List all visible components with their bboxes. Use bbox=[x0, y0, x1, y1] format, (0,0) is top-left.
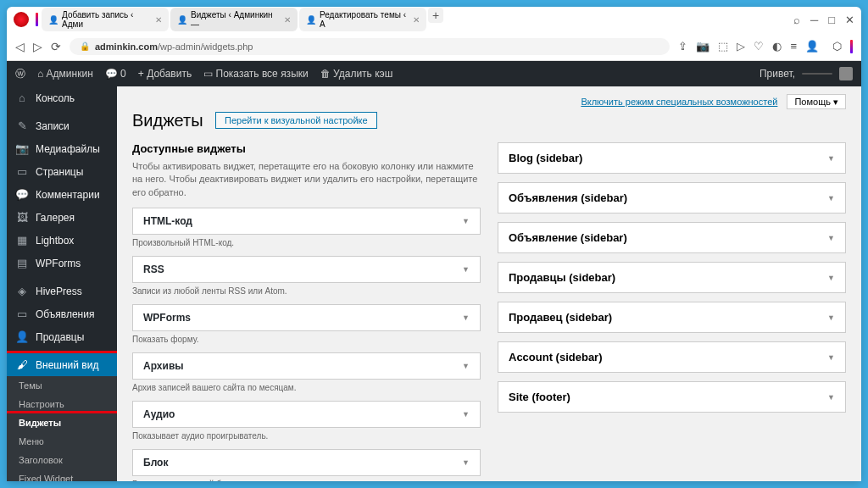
wp-logo-icon[interactable]: ⓦ bbox=[15, 67, 25, 81]
page-icon: ▭ bbox=[15, 165, 29, 178]
wpforms-icon: ▤ bbox=[15, 257, 29, 269]
add-new-link[interactable]: + Добавить bbox=[138, 68, 192, 80]
minimize-icon[interactable]: ─ bbox=[810, 14, 818, 26]
wp-admin-bar: ⓦ ⌂ Админкин 💬 0 + Добавить ▭ Показать в… bbox=[7, 61, 861, 86]
chevron-down-icon: ▼ bbox=[827, 313, 835, 322]
chevron-down-icon: ▼ bbox=[827, 274, 835, 282]
share-icon[interactable]: ⇪ bbox=[678, 40, 687, 53]
sidebar-item-appearance[interactable]: 🖌Внешний вид bbox=[7, 353, 117, 376]
main-content: Включить режим специальных возможностей … bbox=[117, 86, 861, 481]
widget-desc: Показывает аудио проигрыватель. bbox=[132, 431, 481, 441]
sidebar-item-gallery[interactable]: 🖼Галерея bbox=[7, 206, 117, 229]
widget-area[interactable]: Blog (sidebar)▼ bbox=[498, 142, 846, 174]
toggle-icon[interactable]: ◐ bbox=[772, 40, 782, 53]
sidebar-item-vendors[interactable]: 👤Продавцы bbox=[7, 325, 117, 348]
tab-close-icon[interactable]: ✕ bbox=[284, 15, 291, 25]
admin-sidebar: ⌂Консоль ✎Записи 📷Медиафайлы ▭Страницы 💬… bbox=[7, 86, 117, 481]
widget-area[interactable]: Продавцы (sidebar)▼ bbox=[498, 262, 846, 293]
chevron-down-icon: ▼ bbox=[462, 217, 470, 225]
search-icon[interactable]: ⌕ bbox=[793, 14, 800, 26]
widget-desc: Записи из любой ленты RSS или Atom. bbox=[132, 286, 481, 296]
widget-item[interactable]: Аудио▼ bbox=[132, 401, 481, 428]
available-desc: Чтобы активировать виджет, перетащите ег… bbox=[132, 160, 481, 199]
widget-item[interactable]: HTML-код▼ bbox=[132, 208, 481, 235]
accessibility-link[interactable]: Включить режим специальных возможностей bbox=[581, 97, 777, 107]
lightbox-icon: ▦ bbox=[15, 234, 29, 247]
menu-icon[interactable]: ≡ bbox=[790, 40, 797, 53]
sidebar-item-listings[interactable]: ▭Объявления bbox=[7, 302, 117, 325]
sidebar-item-pages[interactable]: ▭Страницы bbox=[7, 160, 117, 183]
avatar[interactable] bbox=[839, 67, 853, 80]
gallery-icon: 🖼 bbox=[15, 211, 29, 224]
browser-tab[interactable]: 👤 Виджеты ‹ Админкин —✕ bbox=[170, 8, 298, 31]
widget-area[interactable]: Объявление (sidebar)▼ bbox=[498, 222, 846, 253]
sidebar-item-wpforms[interactable]: ▤WPForms bbox=[7, 252, 117, 274]
ext-icon[interactable]: ⬡ bbox=[832, 40, 842, 53]
chevron-down-icon: ▼ bbox=[827, 393, 835, 402]
pin-icon: ✎ bbox=[15, 119, 29, 132]
widget-area[interactable]: Продавец (sidebar)▼ bbox=[498, 302, 846, 333]
hivepress-icon: ◈ bbox=[15, 285, 29, 297]
subitem-widgets[interactable]: Виджеты bbox=[7, 413, 117, 432]
page-title: Виджеты bbox=[132, 111, 203, 130]
sidebar-toggle[interactable] bbox=[36, 13, 38, 26]
heart-icon[interactable]: ♡ bbox=[754, 40, 764, 53]
widget-item[interactable]: Архивы▼ bbox=[132, 352, 481, 380]
widget-area[interactable]: Объявления (sidebar)▼ bbox=[498, 182, 846, 214]
tab-close-icon[interactable]: ✕ bbox=[155, 15, 162, 25]
lock-icon: 🔒 bbox=[80, 42, 90, 51]
sidebar-item-hivepress[interactable]: ◈HivePress bbox=[7, 280, 117, 302]
subitem-themes[interactable]: Темы bbox=[7, 376, 117, 395]
chevron-down-icon: ▼ bbox=[462, 410, 470, 419]
visual-editor-button[interactable]: Перейти к визуальной настройке bbox=[215, 112, 377, 129]
chevron-down-icon: ▼ bbox=[462, 265, 470, 274]
username-redacted bbox=[802, 73, 832, 75]
opera-sidebar-icon[interactable] bbox=[850, 40, 853, 53]
sidebar-item-comments[interactable]: 💬Комментарии bbox=[7, 183, 117, 206]
sidebar-item-dashboard[interactable]: ⌂Консоль bbox=[7, 86, 117, 109]
chevron-down-icon: ▼ bbox=[462, 313, 470, 322]
reload-icon[interactable]: ⟳ bbox=[51, 40, 61, 53]
chevron-down-icon: ▼ bbox=[827, 234, 835, 242]
widget-area[interactable]: Site (footer)▼ bbox=[498, 381, 846, 413]
widget-desc: Архив записей вашего сайта по месяцам. bbox=[132, 383, 481, 392]
subitem-fixedwidget[interactable]: Fixed Widget bbox=[7, 469, 117, 481]
forward-icon[interactable]: ▷ bbox=[33, 40, 42, 53]
chevron-down-icon: ▼ bbox=[827, 353, 835, 362]
greeting[interactable]: Привет, bbox=[760, 68, 795, 80]
subitem-header[interactable]: Заголовок bbox=[7, 451, 117, 469]
languages-link[interactable]: ▭ Показать все языки bbox=[203, 68, 309, 80]
listings-icon: ▭ bbox=[15, 308, 29, 320]
camera-icon[interactable]: 📷 bbox=[696, 40, 709, 53]
maximize-icon[interactable]: □ bbox=[828, 14, 835, 26]
play-icon[interactable]: ▷ bbox=[737, 40, 745, 53]
comments-link[interactable]: 💬 0 bbox=[105, 68, 126, 80]
browser-tab[interactable]: 👤 Добавить запись ‹ Адми✕ bbox=[42, 8, 169, 31]
address-bar[interactable]: 🔒 adminkin.com/wp-admin/widgets.php bbox=[70, 38, 670, 55]
tab-close-icon[interactable]: ✕ bbox=[413, 15, 420, 25]
widget-item[interactable]: WPForms▼ bbox=[132, 304, 481, 331]
widget-area[interactable]: Account (sidebar)▼ bbox=[498, 341, 846, 373]
cube-icon[interactable]: ⬚ bbox=[718, 40, 728, 53]
brush-icon: 🖌 bbox=[15, 358, 29, 371]
close-icon[interactable]: ✕ bbox=[845, 14, 854, 26]
back-icon[interactable]: ◁ bbox=[15, 40, 25, 53]
widget-item[interactable]: Блок▼ bbox=[132, 449, 481, 476]
new-tab-button[interactable]: + bbox=[428, 8, 443, 23]
site-link[interactable]: ⌂ Админкин bbox=[37, 68, 93, 80]
browser-titlebar: 👤 Добавить запись ‹ Адми✕ 👤 Виджеты ‹ Ад… bbox=[7, 7, 861, 32]
help-button[interactable]: Помощь ▾ bbox=[787, 94, 846, 109]
widget-item[interactable]: RSS▼ bbox=[132, 256, 481, 283]
sidebar-item-lightbox[interactable]: ▦Lightbox bbox=[7, 229, 117, 252]
sidebar-item-media[interactable]: 📷Медиафайлы bbox=[7, 137, 117, 160]
widget-desc: Показать форму. bbox=[132, 335, 481, 344]
cache-link[interactable]: 🗑 Удалить кэш bbox=[320, 68, 393, 80]
comment-icon: 💬 bbox=[15, 188, 29, 201]
chevron-down-icon: ▼ bbox=[827, 194, 835, 202]
chevron-down-icon: ▼ bbox=[827, 154, 835, 163]
sidebar-item-posts[interactable]: ✎Записи bbox=[7, 114, 117, 137]
subitem-menus[interactable]: Меню bbox=[7, 432, 117, 451]
profile-icon[interactable]: 👤 bbox=[805, 40, 819, 53]
browser-tab[interactable]: 👤 Редактировать темы ‹ А✕ bbox=[299, 8, 426, 31]
media-icon: 📷 bbox=[15, 142, 29, 155]
